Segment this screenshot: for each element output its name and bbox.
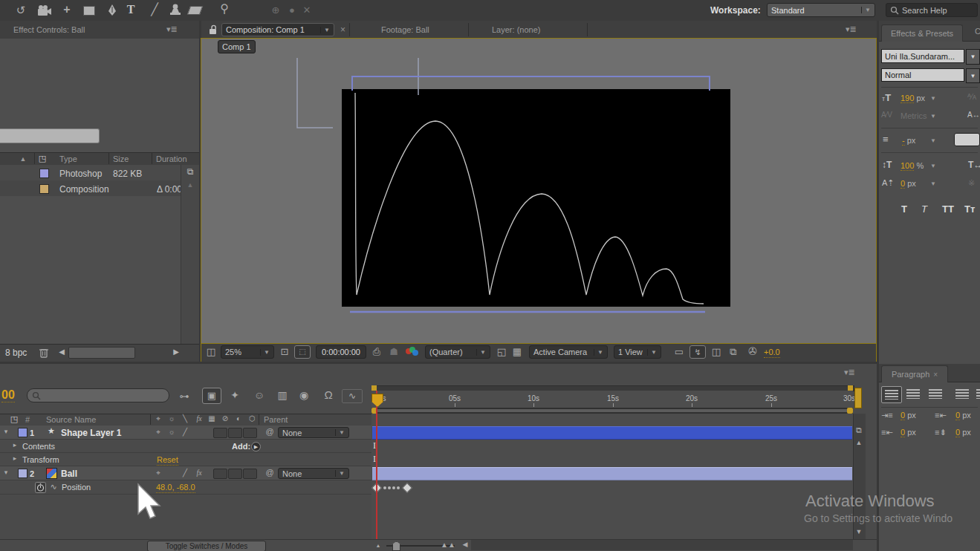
tag-icon[interactable]: ◳: [9, 415, 19, 423]
effect-controls-collapsed-bar[interactable]: [0, 128, 100, 143]
channels-icon[interactable]: [406, 347, 419, 357]
tab-effect-controls[interactable]: Effect Controls: Ball: [13, 25, 85, 35]
rectangle-tool-icon[interactable]: [83, 6, 95, 16]
layer1-switch-box-3[interactable]: [243, 428, 257, 438]
frame-blend-master-icon[interactable]: ▣: [202, 388, 221, 404]
tab-footage[interactable]: Footage: Ball: [381, 25, 429, 35]
brush-tool-icon[interactable]: ╱: [147, 4, 162, 16]
navigator-right-gold[interactable]: [854, 388, 862, 408]
playhead-line[interactable]: [376, 391, 377, 539]
layer2-name[interactable]: Ball: [61, 469, 77, 479]
viewer-panel-menu-icon[interactable]: ▾≣: [846, 25, 857, 34]
view-layout-icon[interactable]: ◫: [205, 347, 217, 356]
vertical-scale-value[interactable]: 100 %: [901, 161, 924, 171]
layer1-duration-bar[interactable]: [372, 426, 852, 440]
layer1-parent-select[interactable]: None▼: [278, 427, 349, 438]
graph-toggle-icon[interactable]: ∿: [48, 483, 59, 491]
scroll-right-icon[interactable]: ▶: [171, 348, 181, 356]
comp-mini-flow-icon[interactable]: ◫: [710, 347, 723, 356]
small-caps-button[interactable]: Tᴛ: [964, 203, 975, 215]
work-area-strip[interactable]: [377, 409, 847, 412]
baseline-shift-value[interactable]: 0 px: [901, 179, 916, 189]
contents-label[interactable]: Contents: [22, 442, 55, 451]
indent-right-value[interactable]: 0 px: [955, 411, 971, 420]
rotation-tool-icon[interactable]: ↺: [12, 4, 30, 16]
close-icon[interactable]: ×: [933, 371, 938, 379]
lock-icon[interactable]: [209, 25, 218, 35]
search-help-box[interactable]: Search Help: [886, 3, 978, 17]
col-parent[interactable]: Parent: [264, 415, 288, 425]
font-style-dropdown-icon[interactable]: ▼: [966, 68, 980, 83]
comp-marker-icon[interactable]: ⧉: [854, 426, 864, 434]
stopwatch-icon[interactable]: [35, 482, 46, 493]
tab-composition[interactable]: Composition: Comp 1 ▼: [221, 23, 334, 36]
align-right-button[interactable]: [926, 386, 945, 402]
tab-layer[interactable]: Layer: (none): [492, 25, 540, 35]
tab-character-cut[interactable]: C: [975, 27, 980, 36]
type-tool-icon[interactable]: T: [123, 4, 138, 16]
vscroll-up-icon[interactable]: ▲: [854, 440, 863, 446]
font-size-value[interactable]: 190 px: [901, 94, 925, 103]
layer1-switch-box-1[interactable]: [213, 428, 227, 438]
zoom-select[interactable]: 25%▼: [221, 345, 274, 359]
comp-flowchart-icon[interactable]: ⧉: [727, 347, 740, 356]
vscroll-down-icon[interactable]: ▼: [854, 529, 863, 535]
layer2-solo-icon[interactable]: ╱: [180, 469, 190, 477]
layer2-fx-icon[interactable]: fx: [193, 469, 205, 477]
comp-viewport[interactable]: [201, 39, 876, 343]
transparency-grid-icon[interactable]: ▦: [511, 347, 523, 356]
graph-editor-icon[interactable]: ∿: [342, 389, 363, 403]
align-left-button[interactable]: [881, 386, 902, 403]
sort-arrow-icon[interactable]: ▲: [18, 156, 28, 163]
motion-blur-icon[interactable]: ◉: [296, 390, 312, 400]
close-icon[interactable]: ×: [340, 25, 345, 35]
keyframe-dot[interactable]: [383, 486, 386, 489]
draft-3d-icon[interactable]: ✦: [227, 390, 243, 400]
layer1-color-swatch[interactable]: [18, 428, 27, 437]
position-label[interactable]: Position: [62, 483, 91, 492]
font-family-field[interactable]: Uni Ila.Sundaram...: [881, 49, 964, 63]
justify-left-button[interactable]: [953, 386, 972, 402]
exposure-value[interactable]: +0.0: [764, 348, 780, 358]
add-label[interactable]: Add:: [232, 442, 250, 451]
exposure-reset-icon[interactable]: ✇: [746, 346, 759, 356]
scroll-up-icon[interactable]: ▲: [185, 182, 195, 189]
col-hash[interactable]: #: [25, 415, 30, 425]
clone-stamp-tool-icon[interactable]: [168, 3, 183, 18]
camera-tool-icon[interactable]: [36, 4, 53, 16]
timeline-hscroll-track[interactable]: [471, 540, 853, 550]
project-col-size[interactable]: Size: [113, 154, 129, 164]
project-col-type[interactable]: Type: [59, 154, 77, 164]
layer2-switch-box-1[interactable]: [213, 469, 227, 479]
resolution-select[interactable]: (Quarter)▼: [425, 345, 490, 359]
safe-margins-icon[interactable]: ⊡: [279, 347, 291, 356]
zoom-out-mountain-icon[interactable]: ▲: [374, 543, 383, 548]
layer2-switch-box-3[interactable]: [243, 469, 257, 479]
fast-preview-icon[interactable]: ↯: [689, 345, 706, 359]
navigator-handle-left[interactable]: [371, 385, 377, 391]
layer1-name[interactable]: Shape Layer 1: [61, 428, 121, 438]
view-count-select[interactable]: 1 View▼: [614, 345, 661, 359]
faux-bold-button[interactable]: T: [901, 203, 907, 215]
layer2-parent-select[interactable]: None▼: [278, 468, 349, 479]
justify-center-button[interactable]: [973, 386, 980, 402]
timeline-search-box[interactable]: [27, 388, 169, 402]
timeline-panel-menu-icon[interactable]: ▾≣: [844, 368, 855, 377]
roi-icon[interactable]: ◱: [496, 347, 507, 356]
transform-reset-link[interactable]: Reset: [157, 455, 178, 466]
puppet-pin-tool-icon[interactable]: ⚲: [217, 3, 232, 15]
indent-first-value[interactable]: 0 px: [901, 428, 916, 437]
contents-row[interactable]: [0, 440, 371, 452]
scroll-left-icon[interactable]: ◀: [56, 348, 67, 356]
font-family-dropdown-icon[interactable]: ▼: [966, 49, 980, 65]
stroke-style-field[interactable]: [954, 133, 980, 146]
layer2-video-icon[interactable]: ⌖: [153, 469, 163, 477]
brainstorm-icon[interactable]: Ω: [319, 389, 337, 400]
keyframe-dot[interactable]: [388, 486, 391, 489]
layer2-color-swatch[interactable]: [18, 469, 27, 478]
col-source-name[interactable]: Source Name: [46, 415, 96, 425]
keyframe-dot[interactable]: [397, 486, 400, 489]
transform-label[interactable]: Transform: [22, 455, 59, 465]
project-col-duration[interactable]: Duration: [156, 154, 187, 164]
timeline-timecode[interactable]: 00: [1, 388, 15, 402]
